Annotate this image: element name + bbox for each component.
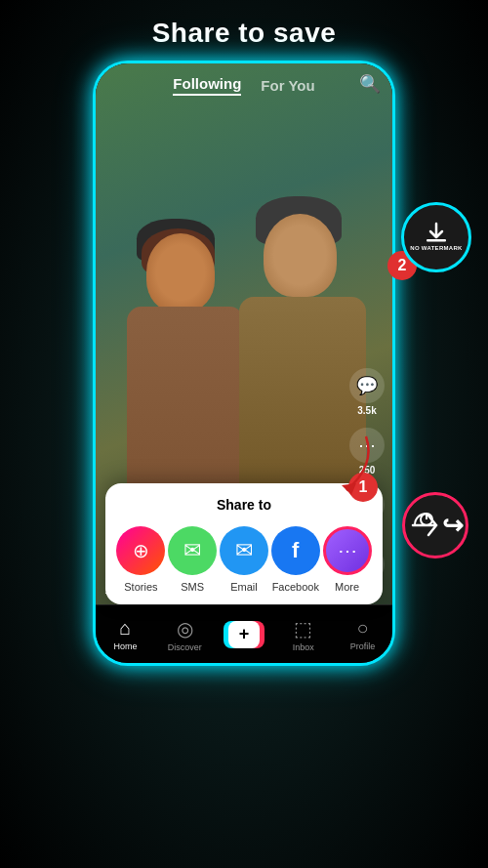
top-navigation: Following For You 🔍 — [96, 63, 392, 103]
download-circle-bg: NO WATERMARK — [401, 202, 471, 272]
create-plus-button[interactable]: + — [224, 621, 264, 648]
no-watermark-label: NO WATERMARK — [410, 245, 462, 252]
more-label: More — [335, 581, 359, 593]
phone-wrapper: Following For You 🔍 💬 3.5k ⋯ 250 🔖 520 — [93, 61, 395, 666]
share-item-facebook[interactable]: f Facebook — [271, 526, 320, 593]
main-title: Share to save — [0, 0, 488, 61]
stories-icon: ⊕ — [116, 526, 165, 575]
comment-count: 3.5k — [357, 405, 376, 416]
share-item-stories[interactable]: ⊕ Stories — [116, 526, 165, 593]
page-container: Share to save — [0, 0, 488, 868]
phone-frame: Following For You 🔍 💬 3.5k ⋯ 250 🔖 520 — [93, 61, 395, 666]
more-icon: ⋯ — [323, 526, 372, 575]
share-symbol: ↪ — [442, 511, 464, 541]
share-item-sms[interactable]: ✉ SMS — [168, 526, 217, 593]
message-icon: ⋯ — [349, 428, 385, 463]
plus-center-icon: + — [228, 621, 260, 648]
sms-label: SMS — [181, 581, 204, 593]
message-button[interactable]: ⋯ 250 — [349, 428, 385, 475]
tab-following[interactable]: Following — [173, 75, 241, 96]
head-left — [146, 233, 215, 311]
email-label: Email — [230, 581, 258, 593]
head-right — [264, 214, 337, 297]
nav-home[interactable]: ⌂ Home — [96, 617, 155, 651]
nav-create[interactable]: + — [215, 621, 274, 648]
discover-label: Discover — [168, 642, 202, 652]
facebook-icon: f — [271, 526, 320, 575]
share-panel: Share to ⊕ Stories ✉ SMS — [105, 483, 383, 604]
profile-icon: ○ — [357, 617, 369, 640]
share-arrow-circle: ↪ — [402, 492, 468, 558]
sms-icon: ✉ — [168, 526, 217, 575]
search-icon[interactable]: 🔍 — [359, 73, 381, 95]
share-item-more[interactable]: ⋯ More — [323, 526, 372, 593]
stories-label: Stories — [124, 581, 157, 593]
svg-rect-1 — [427, 239, 446, 242]
download-arrow-circle: NO WATERMARK — [401, 202, 471, 272]
share-arrow-icon — [407, 508, 442, 543]
step-1-badge: 1 — [348, 473, 378, 502]
bottom-navigation: ⌂ Home ◎ Discover + ⬚ Inbox — [96, 604, 392, 663]
inbox-icon: ⬚ — [294, 617, 312, 641]
share-circle-bg: ↪ — [402, 492, 468, 558]
facebook-label: Facebook — [272, 581, 319, 593]
discover-icon: ◎ — [177, 617, 193, 641]
home-label: Home — [113, 641, 137, 651]
tab-for-you[interactable]: For You — [261, 77, 314, 94]
download-icon — [423, 222, 450, 243]
share-title: Share to — [115, 497, 373, 513]
email-icon: ✉ — [220, 526, 268, 575]
profile-label: Profile — [350, 641, 376, 651]
nav-discover[interactable]: ◎ Discover — [155, 617, 215, 652]
share-items-row: ⊕ Stories ✉ SMS ✉ Email — [115, 526, 373, 593]
nav-inbox[interactable]: ⬚ Inbox — [273, 617, 333, 652]
comment-button[interactable]: 💬 3.5k — [349, 368, 385, 416]
comment-icon: 💬 — [349, 368, 385, 403]
home-icon: ⌂ — [119, 617, 131, 640]
inbox-label: Inbox — [293, 642, 314, 652]
share-item-email[interactable]: ✉ Email — [220, 526, 268, 593]
nav-profile[interactable]: ○ Profile — [333, 617, 392, 651]
